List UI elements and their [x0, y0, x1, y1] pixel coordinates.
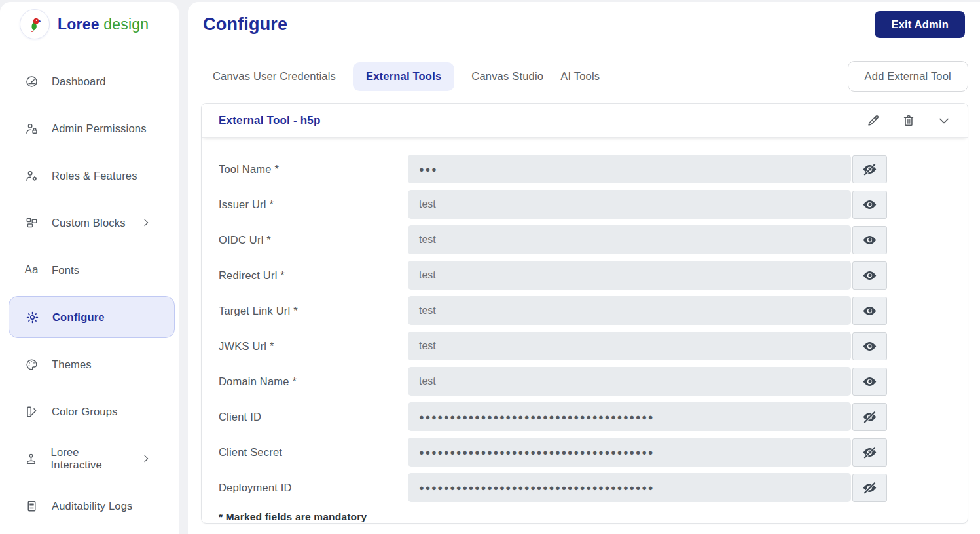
field-row: Tool Name *●●●: [219, 155, 887, 183]
admin-permissions-icon: [24, 122, 39, 136]
field-label: Client Secret: [219, 446, 408, 459]
sidebar-nav: DashboardAdmin PermissionsRoles & Featur…: [0, 47, 179, 532]
eye-off-icon: [862, 480, 878, 496]
field-row: OIDC Url *test: [219, 225, 887, 254]
external-tool-card-header: External Tool - h5p: [202, 104, 968, 138]
parrot-icon: [26, 16, 43, 33]
field-input[interactable]: test: [408, 332, 851, 360]
sidebar-item-themes[interactable]: Themes: [9, 343, 175, 385]
field-label: OIDC Url *: [219, 234, 408, 246]
field-row: Client ID●●●●●●●●●●●●●●●●●●●●●●●●●●●●●●●…: [219, 402, 887, 431]
field-input[interactable]: ●●●●●●●●●●●●●●●●●●●●●●●●●●●●●●●●●●●●●●: [408, 402, 851, 431]
field-row: Issuer Url *test: [219, 190, 887, 219]
field-value: test: [419, 199, 436, 210]
sidebar-item-label: Roles & Features: [52, 170, 137, 182]
sidebar-item-label: Configure: [52, 311, 105, 324]
sidebar-item-auditability-logs[interactable]: Auditability Logs: [9, 485, 175, 527]
field-input[interactable]: ●●●●●●●●●●●●●●●●●●●●●●●●●●●●●●●●●●●●●●: [408, 438, 851, 467]
exit-admin-button[interactable]: Exit Admin: [875, 11, 965, 38]
tab-canvas-studio[interactable]: Canvas Studio: [471, 62, 543, 91]
visibility-toggle-button[interactable]: [852, 403, 887, 431]
field-value: test: [419, 305, 436, 316]
field-label: Issuer Url *: [219, 199, 408, 211]
field-row: Redirect Url *test: [219, 261, 887, 290]
visibility-toggle-button[interactable]: [852, 226, 887, 254]
visibility-toggle-button[interactable]: [852, 438, 887, 467]
sidebar-item-custom-blocks[interactable]: Custom Blocks: [9, 202, 175, 244]
visibility-toggle-button[interactable]: [852, 155, 887, 183]
sidebar-item-label: Custom Blocks: [52, 217, 126, 229]
field-label: JWKS Url *: [219, 340, 408, 353]
field-input[interactable]: test: [408, 225, 851, 254]
sidebar: Loree design DashboardAdmin PermissionsR…: [0, 2, 179, 534]
add-external-tool-button[interactable]: Add External Tool: [848, 61, 968, 92]
collapse-button[interactable]: [936, 113, 952, 128]
tabs-row: Canvas User CredentialsExternal ToolsCan…: [201, 61, 968, 92]
eye-icon: [862, 338, 878, 354]
field-label: Redirect Url *: [219, 269, 408, 282]
brand-name-primary: Loree: [58, 16, 100, 33]
field-row: Client Secret●●●●●●●●●●●●●●●●●●●●●●●●●●●…: [219, 438, 887, 467]
brand-name: Loree design: [58, 16, 149, 33]
eye-icon: [862, 232, 878, 248]
field-row: JWKS Url *test: [219, 332, 887, 360]
sidebar-item-color-groups[interactable]: Color Groups: [9, 391, 175, 432]
roles-features-icon: [24, 169, 39, 183]
loree-interactive-icon: [24, 452, 39, 466]
mandatory-fields-note: * Marked fields are mandatory: [219, 511, 887, 523]
tab-external-tools[interactable]: External Tools: [353, 62, 454, 91]
sidebar-item-label: Loree Interactive: [51, 446, 128, 471]
custom-blocks-icon: [24, 216, 39, 230]
sidebar-item-fonts[interactable]: AaFonts: [9, 249, 175, 291]
field-input[interactable]: test: [408, 190, 851, 219]
field-row: Deployment ID●●●●●●●●●●●●●●●●●●●●●●●●●●●…: [219, 473, 887, 502]
field-row: Domain Name *test: [219, 367, 887, 396]
field-value: test: [419, 340, 436, 352]
tab-canvas-user-credentials[interactable]: Canvas User Credentials: [213, 62, 336, 91]
chevron-right-icon: [141, 453, 151, 464]
edit-button[interactable]: [865, 113, 881, 128]
visibility-toggle-button[interactable]: [852, 261, 887, 290]
sidebar-item-admin-permissions[interactable]: Admin Permissions: [9, 107, 175, 149]
tab-ai-tools[interactable]: AI Tools: [560, 62, 600, 91]
field-label: Target Link Url *: [219, 305, 408, 317]
delete-button[interactable]: [901, 113, 916, 128]
visibility-toggle-button[interactable]: [852, 368, 887, 396]
chevron-down-icon: [936, 113, 952, 128]
field-value: ●●●: [419, 164, 437, 174]
dashboard-icon: [24, 75, 39, 88]
sidebar-item-label: Fonts: [52, 264, 79, 277]
field-value: ●●●●●●●●●●●●●●●●●●●●●●●●●●●●●●●●●●●●●●: [419, 448, 654, 457]
visibility-toggle-button[interactable]: [852, 191, 887, 219]
card-fields: Tool Name *●●●Issuer Url *testOIDC Url *…: [219, 155, 887, 502]
field-input[interactable]: test: [408, 296, 851, 325]
card-actions: [865, 113, 952, 128]
visibility-toggle-button[interactable]: [852, 332, 887, 360]
field-input[interactable]: test: [408, 261, 851, 290]
eye-icon: [862, 267, 878, 284]
sidebar-item-roles-features[interactable]: Roles & Features: [9, 155, 175, 197]
field-value: test: [419, 269, 436, 281]
field-input[interactable]: ●●●: [408, 155, 851, 183]
trash-icon: [901, 113, 916, 128]
sidebar-item-dashboard[interactable]: Dashboard: [9, 60, 175, 102]
visibility-toggle-button[interactable]: [852, 297, 887, 325]
visibility-toggle-button[interactable]: [852, 474, 887, 502]
eye-off-icon: [862, 161, 878, 178]
card-body: Tool Name *●●●Issuer Url *testOIDC Url *…: [202, 138, 968, 523]
main-header: Configure Exit Admin: [188, 2, 980, 47]
auditability-logs-icon: [24, 499, 39, 513]
sidebar-item-configure[interactable]: Configure: [9, 296, 175, 338]
page-title: Configure: [203, 14, 287, 35]
sidebar-item-loree-interactive[interactable]: Loree Interactive: [9, 438, 175, 480]
field-input[interactable]: ●●●●●●●●●●●●●●●●●●●●●●●●●●●●●●●●●●●●●●: [408, 473, 851, 502]
field-value: test: [419, 234, 436, 246]
main-panel: Configure Exit Admin Canvas User Credent…: [188, 2, 980, 534]
field-input[interactable]: test: [408, 367, 851, 396]
color-groups-icon: [24, 405, 39, 419]
eye-icon: [862, 373, 878, 390]
eye-off-icon: [862, 444, 878, 461]
external-tool-card: External Tool - h5p Tool Name *●●●Issuer…: [201, 103, 968, 524]
field-value: ●●●●●●●●●●●●●●●●●●●●●●●●●●●●●●●●●●●●●●: [419, 483, 654, 493]
sidebar-item-label: Dashboard: [52, 75, 106, 88]
